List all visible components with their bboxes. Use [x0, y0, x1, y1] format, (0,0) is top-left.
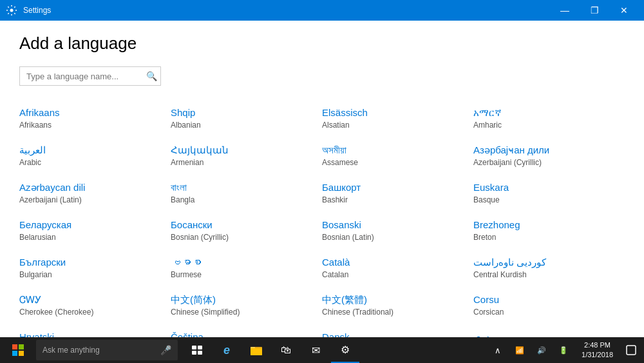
clock[interactable]: 2:48 PM 1/31/2018	[576, 337, 618, 363]
lang-native-name: Čeština	[171, 331, 314, 337]
lang-native-name: 中文(简体)	[171, 293, 314, 306]
chevron-up-icon[interactable]: ∧	[488, 337, 508, 363]
minimize-button[interactable]: —	[550, 0, 580, 21]
language-item[interactable]: БосанскиBosnian (Cyrillic)	[171, 213, 322, 251]
lang-english-name: Albanian	[171, 121, 314, 130]
lang-native-name: Босански	[171, 219, 314, 231]
lang-english-name: Azerbaijani (Latin)	[19, 195, 163, 204]
language-item[interactable]: دریDari	[473, 326, 625, 337]
svg-rect-3	[12, 351, 17, 356]
search-input[interactable]	[20, 68, 141, 85]
language-grid: AfrikaansAfrikaansShqipAlbanianElsässisc…	[19, 101, 625, 337]
language-item[interactable]: БеларускаяBelarusian	[19, 213, 171, 251]
lang-native-name: 中文(繁體)	[322, 293, 466, 306]
svg-rect-11	[251, 348, 262, 355]
lang-english-name: Cherokee (Cherokee)	[19, 308, 163, 317]
language-item[interactable]: Азәрбајҹан дилиAzerbaijani (Cyrillic)	[473, 139, 625, 176]
language-item[interactable]: 中文(简体)Chinese (Simplified)	[171, 288, 322, 326]
volume-icon[interactable]: 🔊	[531, 337, 552, 363]
search-box[interactable]: 🔍	[19, 66, 161, 86]
lang-native-name: Elsässisch	[322, 106, 466, 119]
language-item[interactable]: ՀայկականArmenian	[171, 139, 322, 176]
lang-english-name: Arabic	[19, 158, 163, 167]
search-icon: 🔍	[141, 67, 162, 85]
language-item[interactable]: CorsuCorsican	[473, 288, 625, 326]
microphone-icon: 🎤	[160, 345, 171, 355]
language-item[interactable]: CatalàCatalan	[322, 251, 473, 288]
language-item[interactable]: DanskDanish	[322, 326, 473, 337]
language-item[interactable]: অসমীয়াAssamese	[322, 139, 473, 176]
window-controls: — ❐ ✕	[550, 0, 639, 21]
lang-english-name: Catalan	[322, 270, 466, 279]
language-item[interactable]: HrvatskiCroatian	[19, 326, 171, 337]
lang-english-name: Bashkir	[322, 195, 466, 204]
lang-native-name: Hrvatski	[19, 331, 163, 337]
store-button[interactable]: 🛍	[272, 337, 300, 363]
lang-english-name: Alsatian	[322, 121, 466, 130]
lang-native-name: বাংলা	[171, 181, 314, 194]
lang-native-name: Dansk	[322, 331, 466, 337]
language-item[interactable]: ČeštinaCzech	[171, 326, 322, 337]
language-item[interactable]: ElsässischAlsatian	[322, 101, 473, 139]
clock-time: 2:48 PM	[584, 340, 611, 350]
lang-english-name: Bangla	[171, 195, 314, 204]
title-bar-left: Settings	[5, 4, 51, 17]
language-item[interactable]: БългарскиBulgarian	[19, 251, 171, 288]
lang-english-name: Afrikaans	[19, 121, 163, 130]
language-item[interactable]: 中文(繁體)Chinese (Traditional)	[322, 288, 473, 326]
system-tray: ∧ 📶 🔊 🔋	[488, 337, 574, 363]
language-item[interactable]: БашкортBashkir	[322, 176, 473, 213]
lang-english-name: Azerbaijani (Cyrillic)	[473, 158, 617, 167]
lang-native-name: Corsu	[473, 293, 617, 306]
lang-native-name: Български	[19, 256, 163, 269]
language-item[interactable]: EuskaraBasque	[473, 176, 625, 213]
lang-english-name: Amharic	[473, 121, 617, 130]
language-item[interactable]: BosanskiBosnian (Latin)	[322, 213, 473, 251]
lang-native-name: Shqip	[171, 106, 314, 119]
clock-date: 1/31/2018	[582, 350, 613, 360]
language-item[interactable]: کوردیی ناوەراستCentral Kurdish	[473, 251, 625, 288]
language-item[interactable]: Azərbaycan diliAzerbaijani (Latin)	[19, 176, 171, 213]
language-item[interactable]: ShqipAlbanian	[171, 101, 322, 139]
lang-english-name: Burmese	[171, 270, 314, 279]
mail-button[interactable]: ✉	[301, 337, 330, 363]
close-button[interactable]: ✕	[609, 0, 639, 21]
lang-native-name: ᏣᎳᎩ	[19, 293, 163, 306]
settings-taskbar-button[interactable]: ⚙	[331, 337, 359, 363]
taskbar-search-box[interactable]: Ask me anything 🎤	[36, 340, 178, 360]
svg-rect-2	[19, 344, 24, 349]
lang-english-name: Armenian	[171, 158, 314, 167]
page-title: Add a language	[19, 34, 625, 54]
maximize-button[interactable]: ❐	[580, 0, 609, 21]
edge-button[interactable]: e	[213, 337, 241, 363]
lang-native-name: Беларуская	[19, 219, 163, 231]
lang-english-name: Chinese (Simplified)	[171, 308, 314, 317]
svg-rect-12	[627, 346, 636, 355]
window-title: Settings	[23, 6, 51, 15]
battery-icon[interactable]: 🔋	[553, 337, 574, 363]
start-button[interactable]	[3, 337, 33, 363]
lang-native-name: العربية	[19, 144, 163, 157]
language-item[interactable]: ᏣᎳᎩCherokee (Cherokee)	[19, 288, 171, 326]
svg-rect-8	[198, 351, 202, 355]
lang-native-name: Brezhoneg	[473, 219, 617, 231]
lang-native-name: Հայկական	[171, 144, 314, 157]
network-icon[interactable]: 📶	[509, 337, 530, 363]
file-explorer-button[interactable]	[242, 337, 270, 363]
lang-english-name: Assamese	[322, 158, 466, 167]
notification-center-button[interactable]	[621, 337, 641, 363]
language-item[interactable]: BrezhonegBreton	[473, 213, 625, 251]
language-item[interactable]: አማርኛAmharic	[473, 101, 625, 139]
language-item[interactable]: বাংলাBangla	[171, 176, 322, 213]
lang-native-name: Bosanski	[322, 219, 466, 231]
language-item[interactable]: ဗမာစာBurmese	[171, 251, 322, 288]
language-item[interactable]: AfrikaansAfrikaans	[19, 101, 171, 139]
title-bar: Settings — ❐ ✕	[0, 0, 644, 21]
lang-english-name: Basque	[473, 195, 617, 204]
language-item[interactable]: العربيةArabic	[19, 139, 171, 176]
svg-rect-7	[192, 351, 196, 355]
lang-native-name: Башкорт	[322, 181, 466, 194]
task-view-button[interactable]	[183, 337, 211, 363]
taskbar: Ask me anything 🎤 e 🛍 ✉ ⚙ ∧ 📶 �	[0, 337, 644, 363]
lang-native-name: کوردیی ناوەراست	[473, 256, 617, 269]
